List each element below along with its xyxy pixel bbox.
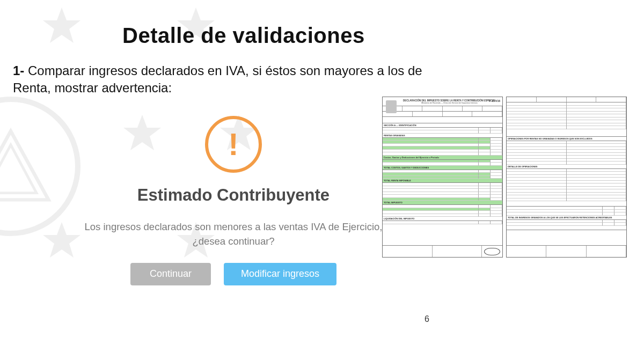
- continue-button[interactable]: Continuar: [130, 263, 211, 285]
- form-left-code: F-11 V16: [489, 99, 500, 102]
- slide-title: Detalle de validaciones: [122, 24, 365, 48]
- dialog-body: Los ingresos declarados son menores a la…: [83, 220, 384, 249]
- tax-form-left: DECLARACIÓN DEL IMPUESTO SOBRE LA RENTA …: [382, 97, 503, 258]
- triangle-emblem-icon: [0, 126, 54, 207]
- alert-dialog: ! Estimado Contribuyente Los ingresos de…: [75, 111, 392, 285]
- seal-icon: [0, 97, 80, 236]
- warning-icon: !: [205, 116, 262, 173]
- dialog-button-row: Continuar Modificar ingresos: [75, 263, 392, 285]
- svg-marker-0: [43, 8, 80, 43]
- bullet-paragraph: 1- Comparar ingresos declarados en IVA, …: [13, 62, 453, 97]
- dialog-heading: Estimado Contribuyente: [75, 186, 392, 205]
- svg-marker-7: [0, 145, 36, 193]
- page-number: 6: [425, 314, 429, 324]
- tax-form-thumbnails: DECLARACIÓN DEL IMPUESTO SOBRE LA RENTA …: [382, 97, 629, 258]
- bullet-number: 1-: [13, 63, 24, 78]
- bullet-text: Comparar ingresos declarados en IVA, si …: [13, 63, 422, 95]
- slide: Detalle de validaciones 1- Comparar ingr…: [0, 0, 644, 338]
- modify-income-button[interactable]: Modificar ingresos: [224, 263, 336, 285]
- svg-marker-6: [0, 131, 48, 200]
- coat-of-arms-icon: [386, 100, 397, 113]
- tax-form-right: OPERACIONES POR RENTAS NO GRAVADAS O ING…: [506, 97, 627, 258]
